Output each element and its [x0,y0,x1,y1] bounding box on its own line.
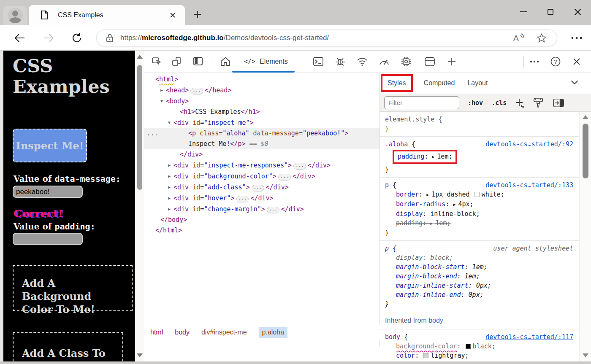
annotation-redbox-styles: Styles [381,74,413,92]
code-line[interactable]: ▶<div id="inspect-me-responses">...</div… [144,160,380,171]
home-icon[interactable] [219,55,232,68]
performance-icon[interactable] [377,55,391,68]
back-button[interactable] [13,31,26,45]
maximize-button[interactable] [537,0,564,24]
filter-input[interactable] [384,96,459,109]
new-style-rule-icon[interactable] [514,97,525,108]
tab-close-icon[interactable] [170,12,176,18]
code-line[interactable]: margin-inline-start: 0px; [385,281,575,290]
help-icon[interactable]: ? [549,55,562,68]
code-line[interactable]: padding: ▶ 1em; [385,149,575,165]
chevron-down-icon[interactable] [571,80,578,85]
tab-layout[interactable]: Layout [467,79,488,87]
devtools-more-icon[interactable] [528,55,541,68]
padding-input[interactable] [13,233,83,245]
code-line[interactable]: } [385,299,575,309]
favorites-star-icon[interactable] [537,33,547,43]
code-line[interactable]: body {devtools-cs…tarted/:117 [385,332,575,342]
code-line[interactable]: color: lightgray; [385,351,575,360]
code-line[interactable]: } [385,165,575,174]
device-emulation-icon[interactable] [171,55,184,68]
tab-elements[interactable]: </> Elements [236,51,296,73]
browser-tab[interactable]: CSS Examples [29,5,185,25]
code-line[interactable]: ▶<head>...</head> [144,85,380,96]
code-line[interactable]: padding: ▶ 1em; [385,218,575,228]
code-line[interactable]: ▶<div id="change-margin">...</div> [144,204,380,215]
add-class-box[interactable]: Add A Class To Me! [13,332,123,361]
breadcrumb-item[interactable]: body [175,329,190,336]
styles-scrollbar-thumb[interactable] [583,124,588,178]
code-line[interactable]: p {user agent stylesheet [385,244,575,253]
styles-scrollbar[interactable] [579,112,591,361]
background-color-box[interactable]: Add A Background Color To Me! [13,265,133,311]
more-tabs-icon[interactable] [445,55,458,68]
code-line[interactable]: border-radius: ▶ 4px; [385,200,575,209]
code-line[interactable]: ...<p class="aloha" data-message="peekab… [144,128,380,139]
code-line[interactable]: element.style { [385,115,575,124]
inspect-me-button[interactable]: Inspect Me! [13,129,87,162]
browser-menu-icon[interactable] [568,33,585,43]
read-aloud-icon[interactable]: A [513,33,525,43]
code-line[interactable]: </div> [144,149,380,160]
scroll-up-icon[interactable] [137,55,143,59]
devtools-close-icon[interactable] [570,55,583,68]
code-line[interactable]: </html> [144,225,380,236]
scroll-down-icon[interactable] [137,353,143,357]
console-icon[interactable] [312,55,325,68]
debugger-bug-icon[interactable] [333,55,347,68]
code-line[interactable]: background-color: black; [385,342,575,351]
breadcrumb-item[interactable]: p.aloha [259,327,288,338]
address-bar[interactable]: https://microsoftedge.github.io/Demos/de… [96,30,557,46]
page-scrollbar-thumb[interactable] [137,65,142,190]
data-message-input[interactable] [13,186,83,198]
style-rule-section: Inherited from body [380,312,579,329]
network-wifi-icon[interactable] [355,55,369,68]
dom-tree: <html>▶<head>...</head>▼<body><h1>CSS Ex… [144,73,380,347]
tab-computed[interactable]: Computed [424,79,455,87]
lock-icon[interactable] [106,33,114,43]
code-line[interactable]: <html> [144,74,380,85]
close-button[interactable] [564,0,591,24]
forward-button[interactable] [42,31,56,45]
code-line[interactable]: } [385,228,575,237]
breadcrumb-item[interactable]: html [150,329,163,336]
code-line[interactable]: p {devtools-cs…tarted/:133 [385,181,575,190]
code-line[interactable]: Inherited from body [385,316,575,325]
dom-node-menu-icon[interactable]: ... [146,128,159,139]
code-line[interactable]: ▶<div id="hover">...</div> [144,193,380,204]
code-line[interactable]: .aloha {devtools-cs…started/:92 [385,140,575,149]
breadcrumb-item[interactable]: div#inspect-me [201,329,247,336]
code-line[interactable]: margin-block-end: 1em; [385,272,575,281]
code-line[interactable]: Inspect Me!</p> == $0 [144,139,380,149]
code-line[interactable]: } [385,124,575,133]
paint-brush-icon[interactable] [533,97,544,108]
code-line[interactable]: display: inline-block; [385,209,575,218]
minimize-button[interactable] [510,0,537,24]
browser-toolbar: https://microsoftedge.github.io/Demos/de… [0,25,591,51]
annotation-redbox-padding: padding: ▶ 1em; [393,150,457,164]
code-line[interactable]: <h1>CSS Examples</h1> [144,107,380,117]
code-line[interactable]: border: ▶ 1px dashed white; [385,190,575,200]
code-line[interactable]: margin-inline-end: 0px; [385,290,575,299]
computed-sidebar-toggle-icon[interactable] [553,97,564,108]
dock-side-icon[interactable] [192,55,205,68]
scroll-up-icon[interactable] [583,115,588,119]
code-line[interactable]: ▶<div id="background-color">...</div> [144,171,380,182]
scroll-down-icon[interactable] [583,353,588,357]
code-line[interactable]: </body> [144,215,380,225]
tab-styles[interactable]: Styles [388,79,406,86]
toggle-cls-button[interactable]: .cls [491,99,507,107]
refresh-button[interactable] [70,31,84,45]
inspect-element-icon[interactable] [150,55,164,68]
page-scrollbar[interactable] [135,51,144,361]
code-line[interactable]: margin-block-start: 1em; [385,262,575,272]
code-line[interactable]: ▼<div id="inspect-me"> [144,117,380,128]
code-line[interactable]: ▶<div id="add-class">...</div> [144,182,380,193]
profile-button[interactable] [3,6,27,25]
memory-chip-icon[interactable] [399,55,413,68]
new-tab-button[interactable] [190,7,205,22]
toggle-hov-button[interactable]: :hov [468,99,483,107]
application-icon[interactable] [423,55,436,68]
code-line[interactable]: ▼<body> [144,96,380,107]
code-line[interactable]: display: block; [385,253,575,262]
